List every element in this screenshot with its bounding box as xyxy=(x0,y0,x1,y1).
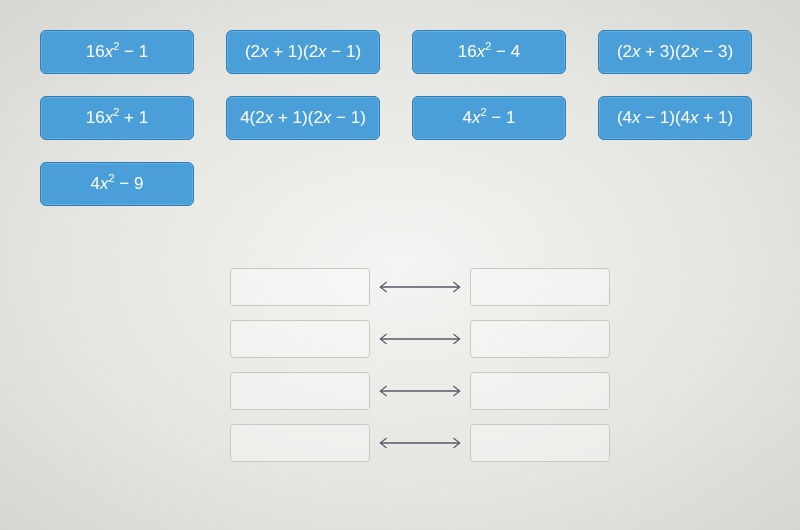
expression-tile[interactable]: 16x2 + 1 xyxy=(40,96,194,140)
match-row xyxy=(230,424,610,462)
drop-slot-right[interactable] xyxy=(470,320,610,358)
expression-text: 16x2 − 1 xyxy=(86,42,148,62)
expression-tile[interactable]: (4x − 1)(4x + 1) xyxy=(598,96,752,140)
double-arrow-icon xyxy=(376,391,464,392)
tile-row: 16x2 + 1 4(2x + 1)(2x − 1) 4x2 − 1 (4x −… xyxy=(40,96,780,140)
expression-tile[interactable]: 16x2 − 1 xyxy=(40,30,194,74)
drop-slot-left[interactable] xyxy=(230,320,370,358)
match-row xyxy=(230,372,610,410)
tile-row: 4x2 − 9 xyxy=(40,162,780,206)
expression-tile[interactable]: 4(2x + 1)(2x − 1) xyxy=(226,96,380,140)
expression-text: 16x2 − 4 xyxy=(458,42,520,62)
expression-tile[interactable]: (2x + 1)(2x − 1) xyxy=(226,30,380,74)
expression-text: (2x + 3)(2x − 3) xyxy=(617,42,733,62)
drop-slot-left[interactable] xyxy=(230,424,370,462)
drop-slot-right[interactable] xyxy=(470,268,610,306)
expression-text: 4x2 − 9 xyxy=(91,174,144,194)
tile-row: 16x2 − 1 (2x + 1)(2x − 1) 16x2 − 4 (2x +… xyxy=(40,30,780,74)
expression-tile[interactable]: 16x2 − 4 xyxy=(412,30,566,74)
expression-text: 16x2 + 1 xyxy=(86,108,148,128)
match-row xyxy=(230,320,610,358)
drop-slot-right[interactable] xyxy=(470,372,610,410)
drop-slot-right[interactable] xyxy=(470,424,610,462)
expression-tile[interactable]: 4x2 − 1 xyxy=(412,96,566,140)
drop-slot-left[interactable] xyxy=(230,372,370,410)
expression-tile[interactable]: (2x + 3)(2x − 3) xyxy=(598,30,752,74)
expression-text: 4x2 − 1 xyxy=(463,108,516,128)
expression-text: 4(2x + 1)(2x − 1) xyxy=(240,108,366,128)
matching-drop-area xyxy=(230,268,610,476)
match-row xyxy=(230,268,610,306)
draggable-tiles-area: 16x2 − 1 (2x + 1)(2x − 1) 16x2 − 4 (2x +… xyxy=(40,30,780,228)
expression-text: (4x − 1)(4x + 1) xyxy=(617,108,733,128)
expression-tile[interactable]: 4x2 − 9 xyxy=(40,162,194,206)
drop-slot-left[interactable] xyxy=(230,268,370,306)
double-arrow-icon xyxy=(376,443,464,444)
double-arrow-icon xyxy=(376,287,464,288)
expression-text: (2x + 1)(2x − 1) xyxy=(245,42,361,62)
double-arrow-icon xyxy=(376,339,464,340)
